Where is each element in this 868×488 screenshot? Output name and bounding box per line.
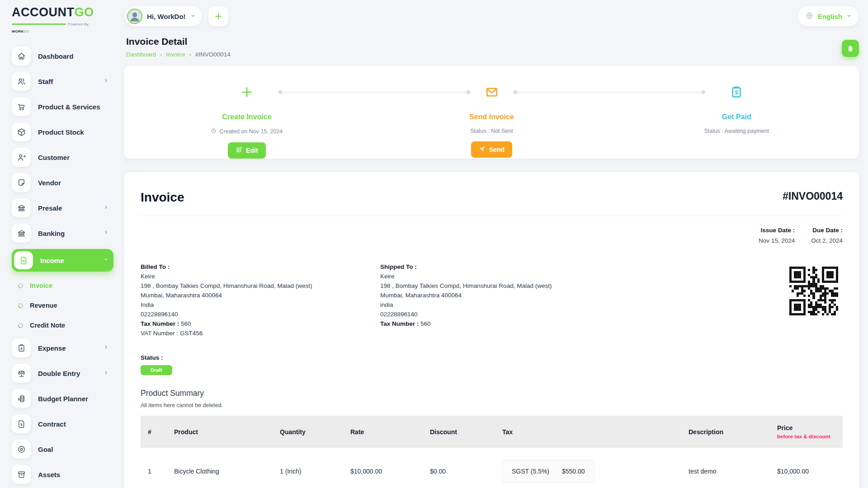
clock-icon [211, 128, 217, 135]
column-header-description: Description [684, 416, 773, 448]
logo-text-secondary: GO [75, 5, 94, 19]
cell-description: test demo [684, 448, 773, 488]
items-table: #ProductQuantityRateDiscountTaxDescripti… [141, 416, 843, 488]
topbar: Hi, WorkDo! English [124, 6, 859, 26]
sidebar-item-label: Contract [38, 420, 113, 428]
step-connector [515, 92, 703, 93]
quick-add-button[interactable] [208, 6, 228, 26]
vendor-icon [12, 173, 31, 192]
step-title: Get Paid [614, 113, 859, 121]
goal-icon [12, 440, 31, 459]
sidebar-item-product-services[interactable]: Product & Services [12, 97, 113, 116]
sidebar-subitem-label: Revenue [30, 302, 57, 309]
shipped-to-block: Shipped To : Keire 198 , Bombay Talkies … [380, 262, 785, 338]
svg-text:$: $ [735, 89, 738, 96]
sidebar-item-banking[interactable]: Banking [12, 224, 113, 243]
export-invoice-button[interactable] [842, 40, 859, 57]
bullet-icon [17, 282, 24, 289]
submenu-income: InvoiceRevenueCredit Note [12, 278, 113, 333]
sidebar-item-budget-planner[interactable]: $Budget Planner [12, 389, 113, 408]
chevron-right-icon [103, 204, 109, 212]
assets-icon [12, 465, 31, 484]
chevron-right-icon [103, 77, 109, 85]
sidebar-item-expense[interactable]: $Expense [12, 338, 113, 357]
sidebar-subitem-label: Credit Note [30, 322, 65, 329]
svg-text:$: $ [18, 398, 19, 401]
sidebar-item-assets[interactable]: Assets [12, 465, 113, 484]
sidebar-item-dashboard[interactable]: Dashboard [12, 47, 113, 66]
document-icon [847, 45, 854, 52]
step-meta: Status : Awaiting payment [614, 128, 859, 134]
sidebar-item-contract[interactable]: $Contract [12, 414, 113, 433]
column-header-price: Pricebefore tax & discount [773, 416, 843, 448]
invoice-qr-code [785, 262, 843, 320]
breadcrumb-separator: › [189, 52, 191, 58]
step-meta: Created on Nov 15, 2024 [124, 128, 369, 135]
step-title: Create Invoice [124, 113, 369, 121]
sidebar-item-label: Product & Services [38, 103, 113, 111]
app-logo: ACCOUNTGO Powered By WORKDO [12, 6, 120, 35]
language-selector[interactable]: English [798, 6, 859, 26]
column-header-discount: Discount [425, 416, 498, 448]
sidebar-item-product-stock[interactable]: Product Stock [12, 122, 113, 141]
bullet-icon [17, 322, 24, 329]
send-button[interactable]: Send [471, 141, 512, 158]
edit-button[interactable]: Edit [228, 142, 265, 159]
step-get-paid: $Get PaidStatus : Awaiting payment [614, 66, 859, 159]
sidebar-item-label: Staff [38, 78, 103, 85]
cell-product: Bicycle Clothing [170, 448, 275, 488]
divider [141, 216, 843, 216]
sidebar-subitem-label: Invoice [30, 282, 52, 289]
product-summary-title: Product Summary [141, 389, 843, 398]
step-send-invoice: Send InvoiceStatus : Not SentSend [369, 66, 614, 159]
sidebar-item-income[interactable]: Income [12, 249, 113, 272]
sidebar-item-customer[interactable]: Customer [12, 148, 113, 167]
contract-icon: $ [12, 414, 31, 433]
sidebar-subitem-revenue[interactable]: Revenue [12, 298, 113, 313]
step-connector [280, 92, 468, 93]
sidebar-item-label: Customer [38, 154, 113, 161]
sidebar-item-staff[interactable]: Staff [12, 72, 113, 91]
cell-quantity: 1 (Inch) [275, 448, 346, 488]
breadcrumb-invoice[interactable]: Invoice [166, 51, 185, 58]
sidebar: ACCOUNTGO Powered By WORKDO DashboardSta… [0, 0, 120, 488]
file-icon [14, 251, 33, 269]
breadcrumb-dashboard[interactable]: Dashboard [126, 51, 156, 58]
column-header-tax: Tax [498, 416, 684, 448]
sidebar-subitem-invoice[interactable]: Invoice [12, 278, 113, 293]
cell-discount: $0.00 [425, 448, 498, 488]
breadcrumb: Dashboard › Invoice › #INVO00014 [126, 51, 231, 58]
sidebar-item-presale[interactable]: Presale [12, 198, 113, 217]
column-header-rate: Rate [346, 416, 425, 448]
invoice-heading: Invoice [141, 190, 184, 205]
bank-icon [12, 224, 31, 243]
user-menu[interactable]: Hi, WorkDo! [124, 6, 202, 26]
sidebar-item-double-entry[interactable]: Double Entry [12, 364, 113, 383]
table-header-row: #ProductQuantityRateDiscountTaxDescripti… [141, 416, 843, 448]
sidebar-item-label: Assets [38, 471, 113, 479]
issue-date-value: Nov 15, 2024 [759, 237, 795, 244]
sidebar-item-label: Expense [38, 344, 103, 352]
status-label: Status : [141, 354, 843, 361]
invoice-dates: Issue Date : Nov 15, 2024 Due Date : Oct… [141, 227, 843, 244]
issue-date-label: Issue Date : [759, 227, 795, 234]
sidebar-item-label: Vendor [38, 179, 113, 187]
addresses-row: Billed To : Keire 198 , Bombay Talkies C… [141, 262, 843, 338]
invoice-progress-card: Create InvoiceCreated on Nov 15, 2024Edi… [124, 66, 859, 159]
sidebar-item-label: Banking [38, 230, 103, 237]
logo-text-primary: ACCOUNT [12, 5, 75, 19]
bullet-icon [17, 302, 24, 309]
logo-underline [12, 23, 66, 25]
sidebar-item-label: Budget Planner [38, 395, 113, 403]
sidebar-subitem-credit-note[interactable]: Credit Note [12, 318, 113, 333]
column-header-product: Product [170, 416, 275, 448]
sidebar-item-label: Dashboard [38, 52, 113, 60]
plus-icon [214, 12, 223, 21]
sidebar-item-vendor[interactable]: Vendor [12, 173, 113, 192]
sidebar-menu: DashboardStaffProduct & ServicesProduct … [12, 47, 120, 484]
due-date-label: Due Date : [811, 227, 843, 234]
sidebar-item-label: Product Stock [38, 128, 113, 136]
sidebar-item-goal[interactable]: Goal [12, 440, 113, 459]
tax-chip: SGST (5.5%)$550.00 [502, 460, 594, 483]
chevron-right-icon [103, 229, 109, 237]
